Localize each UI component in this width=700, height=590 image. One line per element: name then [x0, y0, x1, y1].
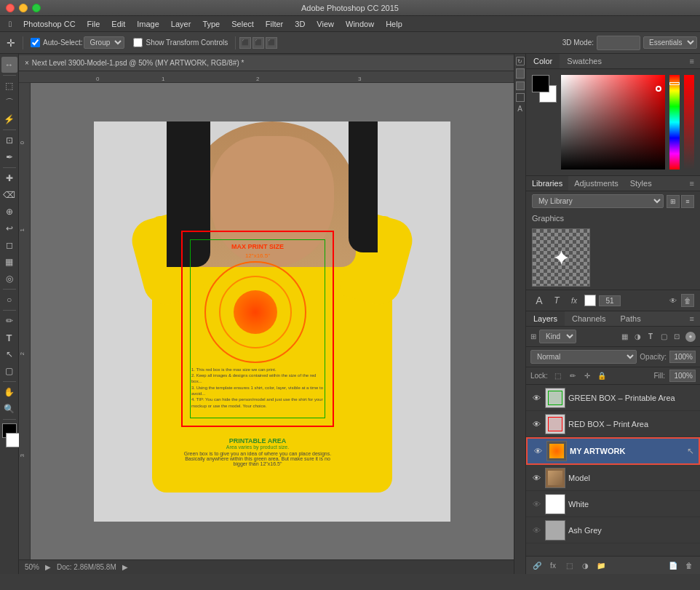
tab-swatches[interactable]: Swatches — [560, 54, 609, 68]
transform-checkbox[interactable] — [133, 38, 143, 47]
pen-tool[interactable]: ✏ — [1, 313, 17, 329]
autoselect-dropdown[interactable]: Group — [84, 36, 124, 49]
menu-help[interactable]: Help — [380, 18, 408, 30]
char-tool-t[interactable]: T — [549, 293, 564, 308]
tab-adjustments[interactable]: Adjustments — [568, 176, 624, 191]
color-panel-menu[interactable]: ≡ — [684, 54, 700, 68]
color-gradient-area[interactable] — [561, 75, 665, 170]
hand-tool[interactable]: ✋ — [1, 384, 17, 400]
layer-item-model[interactable]: 👁 Model — [526, 465, 700, 491]
filter-pixel-icon[interactable]: ▦ — [619, 331, 630, 343]
align-left-icon[interactable]: ⬛ — [239, 37, 251, 49]
healing-tool[interactable]: ✚ — [1, 170, 17, 186]
layer-visibility-green[interactable]: 👁 — [530, 392, 542, 404]
layer-visibility-white[interactable]: 👁 — [530, 498, 542, 510]
filter-shape-icon[interactable]: ▢ — [658, 331, 669, 343]
zoom-tool-side[interactable] — [516, 81, 525, 90]
tab-libraries[interactable]: Libraries — [526, 176, 568, 191]
menu-file[interactable]: File — [81, 18, 106, 30]
fx-button[interactable]: fx — [567, 293, 581, 308]
alpha-spectrum[interactable] — [684, 75, 694, 170]
transform-controls[interactable]: Show Transform Controls — [130, 36, 231, 49]
3d-mode-input[interactable] — [597, 36, 640, 50]
fill-input[interactable] — [669, 370, 696, 382]
hand-tool-side[interactable] — [516, 68, 525, 79]
eyedropper-tool[interactable]: ✒ — [1, 149, 17, 165]
menu-image[interactable]: Image — [131, 18, 165, 30]
rotate-view-tool[interactable]: ↻ — [516, 57, 525, 65]
layer-kind-filter[interactable]: Kind — [539, 330, 576, 343]
libraries-panel-menu[interactable]: ≡ — [684, 176, 700, 191]
menu-window[interactable]: Window — [340, 18, 380, 30]
blur-tool[interactable]: ◎ — [1, 271, 17, 287]
new-layer-button[interactable]: 📄 — [667, 559, 680, 572]
path-tool[interactable]: ↖ — [1, 346, 17, 362]
text-size-input[interactable]: 51 — [599, 295, 621, 306]
clone-tool[interactable]: ⊕ — [1, 204, 17, 220]
align-center-icon[interactable]: ⬛ — [252, 37, 264, 49]
menu-filter[interactable]: Filter — [260, 18, 289, 30]
library-graphic-item[interactable]: ✦ — [532, 228, 590, 287]
eraser-tool[interactable]: ◻ — [1, 237, 17, 253]
foreground-swatch[interactable] — [532, 75, 549, 92]
window-controls[interactable] — [6, 4, 41, 12]
align-right-icon[interactable]: ⬛ — [266, 37, 277, 49]
menu-view[interactable]: View — [311, 18, 340, 30]
menu-3d[interactable]: 3D — [289, 18, 311, 30]
crop-tool[interactable]: ⊡ — [1, 132, 17, 148]
menu-layer[interactable]: Layer — [165, 18, 197, 30]
opacity-input[interactable] — [669, 351, 696, 363]
layer-visibility-artwork[interactable]: 👁 — [532, 445, 544, 457]
workspace-dropdown[interactable]: Essentials — [643, 36, 697, 49]
gradient-tool[interactable]: ▦ — [1, 254, 17, 270]
lock-all-icon[interactable]: 🔒 — [596, 370, 608, 382]
lock-transparent-icon[interactable]: ⬚ — [552, 370, 564, 382]
text-tool-side[interactable]: A — [516, 105, 525, 113]
rotate-tool-side[interactable] — [516, 93, 525, 102]
layer-visibility-ash[interactable]: 👁 — [530, 525, 542, 536]
layer-visibility-icon[interactable]: 👁 — [667, 294, 680, 307]
filter-adjustment-icon[interactable]: ◑ — [632, 331, 643, 343]
background-color[interactable] — [6, 433, 20, 447]
hue-spectrum[interactable] — [669, 75, 680, 170]
menu-type[interactable]: Type — [196, 18, 226, 30]
close-button[interactable] — [6, 4, 15, 12]
menu-select[interactable]: Select — [226, 18, 260, 30]
tab-styles[interactable]: Styles — [624, 176, 658, 191]
new-adjustment-button[interactable]: ◑ — [578, 559, 592, 572]
tab-paths[interactable]: Paths — [613, 311, 648, 326]
minimize-button[interactable] — [19, 4, 28, 12]
layer-item-white[interactable]: 👁 White — [526, 491, 700, 517]
library-selector[interactable]: My Library — [532, 194, 664, 208]
menu-apple[interactable]:  — [3, 18, 17, 30]
zoom-tool[interactable]: 🔍 — [1, 401, 17, 417]
blend-mode-dropdown[interactable]: Normal — [530, 350, 637, 364]
tab-layers[interactable]: Layers — [526, 311, 565, 326]
list-view-button[interactable]: ≡ — [681, 195, 694, 208]
lasso-tool[interactable]: ⌒ — [1, 95, 17, 111]
menu-photoshop[interactable]: Photoshop CC — [17, 18, 81, 30]
grid-view-button[interactable]: ⊞ — [667, 195, 680, 208]
delete-layer-button[interactable]: 🗑 — [681, 294, 694, 307]
autoselect-checkbox[interactable] — [31, 38, 40, 47]
new-group-button[interactable]: 📁 — [594, 559, 608, 572]
quick-select-tool[interactable]: ⚡ — [1, 111, 17, 127]
layer-item-ash-grey[interactable]: 👁 Ash Grey — [526, 517, 700, 543]
move-tool[interactable]: ↔ — [1, 57, 17, 73]
brush-tool[interactable]: ⌫ — [1, 187, 17, 203]
dodge-tool[interactable]: ○ — [1, 292, 17, 308]
layer-item-artwork[interactable]: 👁 MY ARTWORK ↖ — [526, 437, 700, 465]
char-tool-a[interactable]: A — [532, 293, 546, 308]
history-tool[interactable]: ↩ — [1, 220, 17, 236]
layer-item-red-box[interactable]: 👁 RED BOX – Print Area — [526, 411, 700, 437]
layer-item-green-box[interactable]: 👁 GREEN BOX – Printable Area — [526, 385, 700, 411]
link-layers-button[interactable]: 🔗 — [530, 559, 544, 572]
selection-tool[interactable]: ⬚ — [1, 78, 17, 94]
filter-type-icon[interactable]: T — [645, 331, 656, 343]
filter-toggle[interactable]: ● — [685, 332, 696, 342]
tab-color[interactable]: Color — [526, 54, 560, 68]
autoselect-control[interactable]: Auto-Select: Group — [27, 35, 128, 50]
add-layer-style-button[interactable]: fx — [546, 559, 560, 572]
text-color-swatch[interactable] — [584, 295, 596, 306]
shape-tool[interactable]: ▢ — [1, 363, 17, 379]
